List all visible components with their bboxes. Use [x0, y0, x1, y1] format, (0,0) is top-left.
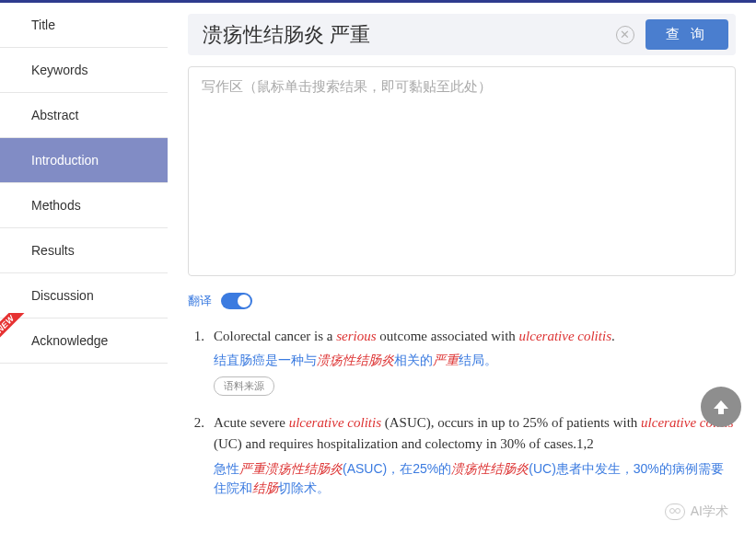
result-body: Acute severe ulcerative colitis (ASUC), … — [214, 412, 736, 499]
clear-icon[interactable] — [616, 26, 634, 44]
result-english: Colorectal cancer is a serious outcome a… — [214, 326, 736, 347]
results-list: 1.Colorectal cancer is a serious outcome… — [188, 326, 736, 499]
translate-toggle[interactable] — [221, 293, 252, 309]
sidebar-item-results[interactable]: Results — [0, 228, 168, 273]
result-item[interactable]: 1.Colorectal cancer is a serious outcome… — [188, 326, 736, 396]
translate-row: 翻译 — [188, 293, 736, 309]
sidebar-item-label: Title — [31, 17, 55, 32]
sidebar-item-label: Discussion — [31, 288, 94, 303]
search-row: 溃疡性结肠炎 严重 查 询 — [188, 14, 736, 55]
sidebar-item-label: Results — [31, 243, 75, 258]
sidebar: TitleKeywordsAbstractIntroductionMethods… — [0, 3, 168, 544]
result-chinese: 急性严重溃疡性结肠炎(ASUC)，在25%的溃疡性结肠炎(UC)患者中发生，30… — [214, 459, 736, 499]
query-button[interactable]: 查 询 — [646, 19, 728, 50]
sidebar-item-label: Introduction — [31, 153, 99, 168]
sidebar-item-methods[interactable]: Methods — [0, 183, 168, 228]
translate-label: 翻译 — [188, 293, 212, 309]
result-number: 2. — [188, 412, 214, 499]
arrow-up-icon — [710, 396, 732, 418]
result-chinese: 结直肠癌是一种与溃疡性结肠炎相关的严重结局。 — [214, 351, 736, 371]
main-panel: 溃疡性结肠炎 严重 查 询 翻译 1.Colorectal cancer is … — [168, 3, 756, 544]
layout: TitleKeywordsAbstractIntroductionMethods… — [0, 3, 756, 544]
sidebar-item-label: Acknowledge — [31, 333, 108, 348]
sidebar-item-introduction[interactable]: Introduction — [0, 138, 168, 183]
source-button[interactable]: 语料来源 — [214, 376, 274, 396]
new-badge — [0, 313, 31, 350]
write-area[interactable] — [188, 66, 736, 276]
search-input[interactable]: 溃疡性结肠炎 严重 — [203, 21, 616, 49]
sidebar-item-label: Abstract — [31, 108, 78, 122]
sidebar-item-discussion[interactable]: Discussion — [0, 273, 168, 318]
sidebar-item-keywords[interactable]: Keywords — [0, 48, 168, 93]
sidebar-item-acknowledge[interactable]: Acknowledge — [0, 318, 168, 364]
sidebar-item-label: Keywords — [31, 63, 87, 77]
scroll-top-button[interactable] — [701, 387, 741, 427]
sidebar-item-abstract[interactable]: Abstract — [0, 93, 168, 138]
result-item[interactable]: 2.Acute severe ulcerative colitis (ASUC)… — [188, 412, 736, 499]
result-body: Colorectal cancer is a serious outcome a… — [214, 326, 736, 396]
result-english: Acute severe ulcerative colitis (ASUC), … — [214, 412, 736, 456]
sidebar-item-title[interactable]: Title — [0, 3, 168, 48]
result-number: 1. — [188, 326, 214, 396]
sidebar-item-label: Methods — [31, 198, 81, 213]
